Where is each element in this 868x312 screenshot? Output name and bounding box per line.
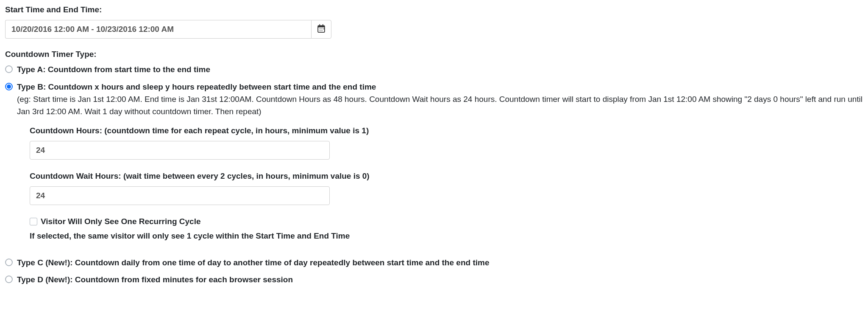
date-range-input[interactable]	[5, 20, 311, 39]
type-c-label[interactable]: Type C (New!): Countdown daily from one …	[17, 257, 489, 269]
type-c-radio[interactable]	[5, 259, 13, 266]
one-cycle-hint: If selected, the same visitor will only …	[30, 230, 863, 242]
countdown-hours-label: Countdown Hours: (countdown time for eac…	[30, 125, 863, 137]
wait-hours-input[interactable]	[30, 186, 330, 205]
type-d-radio[interactable]	[5, 275, 13, 283]
type-d-label[interactable]: Type D (New!): Countdown from fixed minu…	[17, 274, 293, 286]
type-a-radio[interactable]	[5, 65, 13, 73]
one-cycle-checkbox[interactable]	[30, 218, 37, 225]
wait-hours-label: Countdown Wait Hours: (wait time between…	[30, 171, 863, 182]
type-b-settings: Countdown Hours: (countdown time for eac…	[30, 125, 863, 242]
one-cycle-label[interactable]: Visitor Will Only See One Recurring Cycl…	[41, 216, 201, 228]
type-b-radio[interactable]	[5, 83, 13, 90]
type-b-label[interactable]: Type B: Countdown x hours and sleep y ho…	[17, 82, 376, 93]
start-end-time-label: Start Time and End Time:	[5, 4, 863, 16]
calendar-icon	[317, 24, 326, 34]
timer-type-label: Countdown Timer Type:	[5, 49, 863, 60]
calendar-button[interactable]	[311, 20, 331, 39]
type-a-label[interactable]: Type A: Countdown from start time to the…	[17, 64, 210, 76]
date-range-group	[5, 20, 331, 39]
type-b-hint: (eg: Start time is Jan 1st 12:00 AM. End…	[17, 93, 863, 118]
countdown-hours-input[interactable]	[30, 141, 330, 160]
